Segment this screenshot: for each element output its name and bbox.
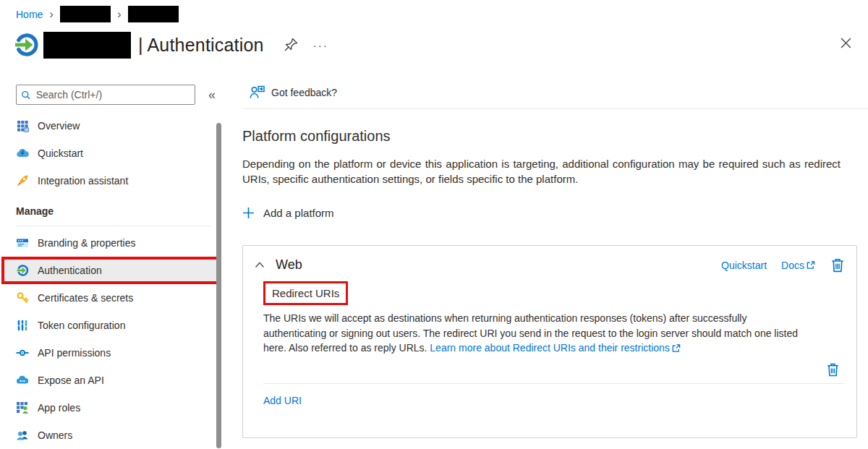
feedback-label: Got feedback?	[271, 87, 337, 98]
sidebar-item-api-permissions[interactable]: API permissions	[0, 339, 226, 367]
plus-icon	[242, 207, 255, 219]
sidebar-item-label: Branding & properties	[38, 237, 135, 249]
sidebar-item-app-roles[interactable]: App roles	[0, 394, 226, 422]
trash-icon	[826, 362, 840, 377]
sidebar-item-expose-an-api[interactable]: Expose an API	[0, 367, 226, 394]
divider	[16, 226, 211, 226]
rocket-icon	[16, 174, 29, 187]
add-platform-label: Add a platform	[263, 207, 334, 219]
divider	[263, 383, 845, 384]
quickstart-icon	[16, 147, 29, 160]
delete-platform-button[interactable]	[830, 257, 845, 273]
quickstart-link[interactable]: Quickstart	[721, 260, 767, 271]
search-input[interactable]	[36, 89, 190, 101]
add-uri-link[interactable]: Add URI	[263, 395, 302, 406]
command-bar: Got feedback?	[242, 76, 868, 109]
sidebar-item-label: Token configuration	[38, 320, 125, 331]
sidebar: « Overview Quickstart	[0, 76, 226, 449]
sidebar-item-owners[interactable]: Owners	[0, 422, 226, 449]
chevron-right-icon: ›	[49, 9, 54, 20]
main-content: Got feedback? Platform configurations De…	[242, 76, 868, 449]
sidebar-item-label: API permissions	[38, 347, 111, 359]
docs-link[interactable]: Docs	[781, 260, 815, 271]
web-platform-card: Web Quickstart Docs	[242, 245, 857, 438]
section-description: Depending on the platform or device this…	[242, 156, 841, 187]
page-title: | Authentication	[138, 35, 264, 56]
page-header: | Authentication ···	[13, 29, 855, 61]
token-icon	[16, 319, 29, 332]
redacted-breadcrumb-item[interactable]	[128, 6, 179, 22]
redirect-uris-description: The URIs we will accept as destinations …	[263, 311, 809, 356]
breadcrumb-home-link[interactable]: Home	[16, 9, 43, 20]
sidebar-item-authentication[interactable]: Authentication	[4, 260, 218, 281]
docs-link-label: Docs	[781, 260, 804, 271]
red-annotation-box: Authentication	[1, 257, 221, 284]
sidebar-scrollbar[interactable]	[216, 123, 221, 448]
chevron-up-icon[interactable]	[255, 261, 265, 269]
authentication-icon	[16, 264, 29, 277]
learn-more-link[interactable]: Learn more about Redirect URIs and their…	[430, 341, 680, 356]
sidebar-item-certificates-secrets[interactable]: Certificates & secrets	[0, 284, 226, 312]
delete-uri-button[interactable]	[825, 362, 841, 377]
redirect-uris-annotated-title: Redirect URIs	[263, 281, 348, 305]
add-platform-button[interactable]: Add a platform	[242, 207, 334, 219]
sidebar-item-label: Overview	[38, 120, 80, 132]
card-title: Web	[276, 257, 302, 273]
sidebar-item-label: Expose an API	[38, 375, 104, 386]
pin-icon	[282, 36, 299, 54]
learn-more-link-label: Learn more about Redirect URIs and their…	[430, 341, 669, 356]
sidebar-item-token-configuration[interactable]: Token configuration	[0, 312, 226, 339]
section-title: Platform configurations	[242, 128, 868, 145]
external-link-icon	[806, 260, 815, 270]
sidebar-item-label: Owners	[38, 429, 72, 441]
sidebar-item-integration-assistant[interactable]: Integration assistant	[0, 167, 226, 194]
breadcrumb: Home › ›	[16, 6, 179, 22]
external-link-icon	[671, 343, 681, 353]
more-options-button[interactable]: ···	[310, 38, 331, 53]
sidebar-item-label: Authentication	[38, 265, 102, 276]
redirect-uri-row	[263, 356, 845, 383]
sidebar-search[interactable]	[16, 85, 195, 105]
sidebar-item-quickstart[interactable]: Quickstart	[0, 140, 226, 167]
pin-button[interactable]	[281, 35, 300, 54]
branding-icon	[16, 236, 29, 249]
sidebar-item-label: App roles	[38, 402, 80, 414]
collapse-sidebar-button[interactable]: «	[208, 87, 216, 103]
cloud-api-icon	[16, 374, 29, 387]
sidebar-nav: Overview Quickstart Integration assistan…	[0, 112, 226, 449]
search-icon	[21, 90, 31, 101]
sidebar-item-label: Quickstart	[38, 147, 83, 159]
sidebar-item-label: Integration assistant	[38, 175, 128, 187]
feedback-icon	[250, 85, 265, 99]
api-permissions-icon	[16, 346, 29, 359]
sidebar-item-overview[interactable]: Overview	[0, 112, 226, 140]
key-icon	[16, 291, 29, 304]
close-button[interactable]	[836, 33, 855, 52]
app-roles-icon	[16, 401, 29, 414]
sidebar-section-manage: Manage	[0, 205, 226, 221]
overview-icon	[16, 119, 29, 132]
close-icon	[841, 38, 851, 48]
chevron-right-icon: ›	[117, 9, 122, 20]
redacted-breadcrumb-item[interactable]	[60, 6, 111, 22]
app-registration-logo-icon	[13, 32, 39, 58]
redacted-app-name	[43, 32, 131, 59]
sidebar-item-branding-properties[interactable]: Branding & properties	[0, 229, 226, 257]
trash-icon	[830, 257, 845, 273]
feedback-button[interactable]: Got feedback?	[250, 85, 337, 99]
people-icon	[16, 429, 29, 442]
sidebar-item-label: Certificates & secrets	[38, 292, 133, 304]
